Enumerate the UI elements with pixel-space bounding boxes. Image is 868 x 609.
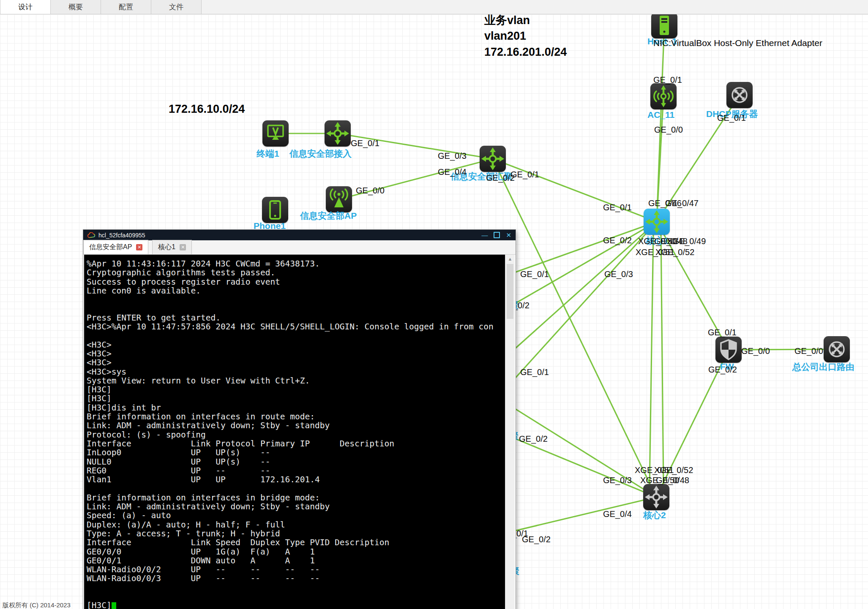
router-icon [824,336,850,362]
console-tab-核心1[interactable]: 核心1✕ [152,240,192,254]
console-tab-label: 核心1 [158,243,175,252]
port-label: GE_0/1 [708,328,737,337]
device-label-access-switch: 信息安全部接入 [289,148,352,160]
device-label-ac11: AC_11 [647,110,674,120]
port-label: GE_0/2 [603,236,632,245]
console-cursor [112,602,116,609]
port-label: GE_0/1 [653,75,682,85]
phone-icon [262,197,288,223]
network-segment-label: vlan201 [484,30,526,43]
main-toolbar: 设计概要配置文件 [0,0,868,14]
port-label: XGE_0/49 [667,237,706,246]
port-label: GE_0/2 [522,535,551,544]
port-label: GE_0/1 [510,170,539,179]
minimize-icon[interactable]: — [481,232,488,238]
toolbar-tab-配置[interactable]: 配置 [101,0,151,14]
terminal-scrollbar[interactable]: ▲ [505,255,515,609]
device-terminal1[interactable] [262,120,289,147]
port-label: GE_0/0 [741,346,770,356]
port-label: GE_0/4 [603,509,632,519]
scroll-thumb[interactable] [507,264,513,319]
switch-icon [643,484,669,510]
toolbar-tab-文件[interactable]: 文件 [151,0,202,14]
tab-close-icon[interactable]: ✕ [136,244,142,250]
terminal-titlebar[interactable]: hcl_52fcfa409955 — ✕ [83,230,516,240]
port-label: GE_0/4 [438,167,467,177]
console-tab-label: 信息安全部AP [89,243,132,252]
port-label: GE_0/0 [654,125,683,135]
scroll-up-icon[interactable]: ▲ [505,255,515,263]
ac-icon [650,83,677,109]
device-dhcp-server[interactable] [726,82,753,108]
terminal-window[interactable]: hcl_52fcfa409955 — ✕ 信息安全部AP✕核心1✕ %Apr 1… [83,230,516,609]
terminal-tabbar: 信息安全部AP✕核心1✕ [83,240,516,255]
device-label-exit-router: 总公司出口路由 [792,361,854,373]
console-tab-信息安全部AP[interactable]: 信息安全部AP✕ [83,240,148,254]
copyright-text: 版权所有 (C) 2014-2023 [3,601,71,609]
port-label: GE_0/3 [604,269,633,279]
ap-icon [326,186,352,212]
port-label: GE_0/3 [438,151,467,161]
toolbar-tab-设计[interactable]: 设计 [0,0,51,14]
device-label-core2: 核心2 [643,509,666,521]
switch-icon [480,146,506,172]
device-agg-switch[interactable] [480,146,506,172]
tab-close-icon[interactable]: ✕ [180,244,186,250]
port-label: GE_0/47 [665,198,699,208]
nic-adapter-label: NIC:VirtualBox Host-Only Ethernet Adapte… [653,38,822,48]
toolbar-tab-概要[interactable]: 概要 [51,0,101,14]
host-icon [651,12,677,38]
port-label: GE_0/2 [519,434,548,444]
router-icon [726,82,753,108]
device-access-switch[interactable] [325,120,351,147]
network-segment-label: 172.16.10.0/24 [169,103,245,116]
terminal-title: hcl_52fcfa409955 [98,232,145,239]
console-screen[interactable]: %Apr 10 11:43:16:117 2024 H3C CWCmd = 36… [84,255,505,609]
port-label: GE_0/1 [520,367,549,377]
maximize-icon[interactable] [494,232,500,238]
pc-icon [262,120,289,147]
device-exit-router[interactable] [824,336,850,362]
network-segment-label: 业务vlan [484,13,530,28]
port-label: GE_0/1 [717,113,746,123]
port-label: GE_0/0 [794,346,823,356]
device-host1[interactable] [651,12,677,38]
port-label: GE_0/48 [656,476,689,485]
device-label-ap: 信息安全部AP [300,210,357,222]
port-label: GE_0/2 [708,365,737,375]
port-label: GE_0/1 [351,139,379,148]
device-core2[interactable] [643,484,669,510]
device-ac11[interactable] [650,83,677,109]
fw-icon [715,337,742,363]
port-label: XGE_0/52 [654,465,693,475]
port-label: GE_0/1 [520,269,549,279]
terminal-body: %Apr 10 11:43:16:117 2024 H3C CWCmd = 36… [83,255,516,609]
device-ap[interactable] [326,186,352,212]
switch-icon [644,209,670,235]
port-label: XGE_0/52 [655,247,694,257]
device-fw[interactable] [715,337,742,363]
port-label: GE_0/1 [603,203,632,212]
device-label-terminal1: 终端1 [257,148,279,160]
port-label: GE_0/0 [356,186,385,196]
console-output: %Apr 10 11:43:16:117 2024 H3C CWCmd = 36… [84,255,505,609]
close-icon[interactable]: ✕ [506,232,511,238]
switch-icon [325,120,351,147]
hcl-logo-icon [87,232,96,238]
device-phone1[interactable] [262,197,288,223]
device-core1[interactable] [644,209,670,235]
port-label: GE_0/3 [603,476,632,485]
network-segment-label: 172.16.201.0/24 [484,46,567,59]
